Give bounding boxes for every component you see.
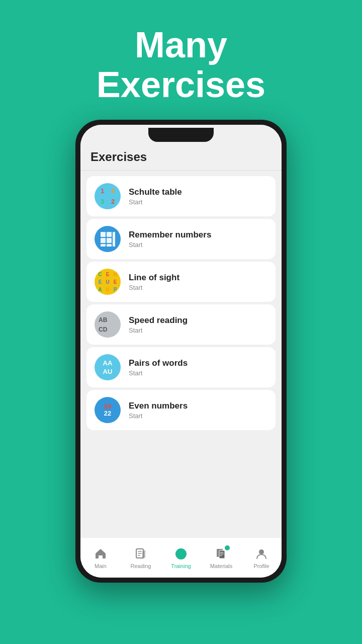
even-numbers-subtitle: Start: [129, 412, 188, 420]
line-of-sight-icon: CEH EUE AUP: [95, 269, 121, 295]
exercises-list: 14 32 Schulte table Start: [80, 171, 282, 537]
svg-rect-5: [107, 244, 112, 247]
schulte-icon: 14 32: [95, 183, 121, 209]
remember-numbers-subtitle: Start: [129, 241, 211, 249]
nav-item-training[interactable]: Training: [161, 547, 201, 569]
hero-line2: Exercises: [97, 65, 265, 105]
materials-icon: [214, 547, 228, 561]
pairs-of-words-text: Pairs of words Start: [129, 358, 188, 377]
phone-frame: Exercises 14 32 Schulte table Start: [75, 120, 287, 583]
speed-reading-subtitle: Start: [129, 327, 188, 334]
line-of-sight-title: Line of sight: [129, 273, 179, 283]
phone-screen: Exercises 14 32 Schulte table Start: [80, 125, 282, 578]
svg-rect-6: [113, 232, 115, 247]
svg-point-13: [259, 549, 264, 554]
notch: [148, 128, 214, 142]
exercise-item-even-numbers[interactable]: 23 22 Even numbers Start: [86, 390, 276, 430]
exercise-item-schulte[interactable]: 14 32 Schulte table Start: [86, 176, 276, 216]
schulte-text: Schulte table Start: [129, 187, 182, 206]
exercise-item-speed-reading[interactable]: AB CD Speed reading Start: [86, 304, 276, 345]
remember-numbers-text: Remember numbers Start: [129, 230, 211, 249]
main-icon: [94, 547, 108, 561]
bottom-nav: Main Reading: [80, 537, 282, 578]
line-of-sight-text: Line of sight Start: [129, 273, 179, 291]
nav-item-materials[interactable]: Materials: [201, 547, 241, 569]
remember-numbers-icon: [95, 226, 121, 252]
svg-rect-3: [107, 238, 112, 243]
svg-rect-12: [219, 550, 225, 558]
hero-line1: Many: [97, 25, 265, 65]
exercise-item-pairs-of-words[interactable]: AA AU Pairs of words Start: [86, 347, 276, 387]
schulte-title: Schulte table: [129, 187, 182, 197]
notch-bar: [80, 125, 282, 145]
speed-reading-text: Speed reading Start: [129, 315, 188, 334]
schulte-subtitle: Start: [129, 198, 182, 206]
training-icon: [174, 547, 188, 561]
svg-rect-1: [107, 232, 112, 237]
materials-label: Materials: [210, 563, 233, 569]
materials-badge: [225, 545, 230, 550]
exercise-item-remember-numbers[interactable]: Remember numbers Start: [86, 219, 276, 259]
pairs-of-words-title: Pairs of words: [129, 358, 188, 368]
even-numbers-icon: 23 22: [95, 397, 121, 423]
profile-icon: [254, 547, 268, 561]
reading-label: Reading: [131, 563, 151, 569]
even-numbers-text: Even numbers Start: [129, 401, 188, 420]
reading-icon: [134, 547, 148, 561]
nav-item-profile[interactable]: Profile: [241, 547, 282, 569]
nav-item-main[interactable]: Main: [80, 547, 121, 569]
training-label: Training: [171, 563, 191, 569]
even-numbers-title: Even numbers: [129, 401, 188, 411]
nav-item-reading[interactable]: Reading: [121, 547, 161, 569]
svg-point-10: [180, 552, 183, 555]
pairs-of-words-subtitle: Start: [129, 369, 188, 377]
page-title: Exercises: [90, 150, 272, 164]
remember-numbers-title: Remember numbers: [129, 230, 211, 240]
svg-rect-2: [101, 238, 106, 243]
speed-reading-icon: AB CD: [95, 311, 121, 338]
profile-label: Profile: [253, 563, 269, 569]
svg-rect-4: [101, 244, 106, 247]
speed-reading-title: Speed reading: [129, 315, 188, 326]
exercise-item-line-of-sight[interactable]: CEH EUE AUP Line of sight Start: [86, 262, 276, 302]
svg-rect-0: [101, 232, 106, 237]
main-label: Main: [95, 563, 107, 569]
pairs-of-words-icon: AA AU: [95, 354, 121, 380]
line-of-sight-subtitle: Start: [129, 284, 179, 291]
hero-section: Many Exercises: [97, 0, 265, 120]
screen-header: Exercises: [80, 145, 282, 170]
